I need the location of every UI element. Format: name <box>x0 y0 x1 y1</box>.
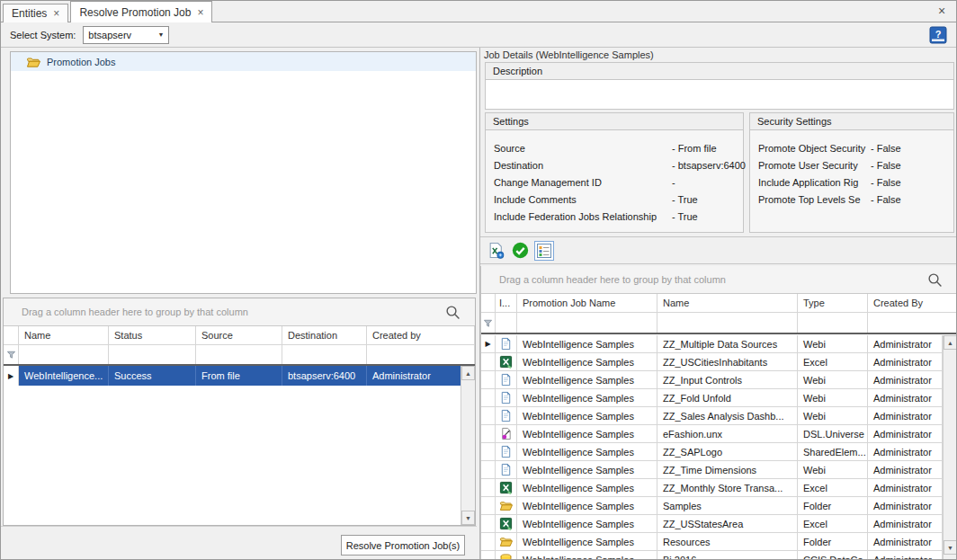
object-row[interactable]: WebIntelligence SamplesZZ_Time Dimension… <box>481 461 943 479</box>
cell-name[interactable]: ZZ_Multiple Data Sources <box>657 335 798 352</box>
cell-type[interactable]: Webi <box>798 335 868 352</box>
column-header-status[interactable]: Status <box>109 326 196 345</box>
cell-name[interactable]: Samples <box>657 497 798 514</box>
cell-promotion-job-name[interactable]: WebIntelligence Samples <box>517 407 657 424</box>
object-row[interactable]: WebIntelligence SamplesZZ_Monthly Store … <box>481 479 943 497</box>
cell-promotion-job-name[interactable]: WebIntelligence Samples <box>517 425 657 442</box>
tab-entities[interactable]: Entities × <box>3 4 68 22</box>
cell-created-by[interactable]: Administrator <box>868 461 943 478</box>
tab-resolve-close-icon[interactable]: × <box>197 8 203 17</box>
object-type-icon-cell[interactable] <box>496 425 517 442</box>
scroll-up-icon[interactable]: ▲ <box>461 366 475 380</box>
cell-created-by[interactable]: Administrator <box>868 353 943 370</box>
cell-type[interactable]: Webi <box>798 389 868 406</box>
help-button[interactable] <box>929 26 947 44</box>
filter-cell-type[interactable] <box>798 313 868 333</box>
cell-name[interactable]: ZZ_Sales Analysis Dashb... <box>657 407 798 424</box>
object-row[interactable]: WebIntelligence SamplesBi 2016CCIS.DataC… <box>481 551 943 560</box>
scroll-up-icon[interactable]: ▲ <box>944 335 957 350</box>
filter-cell-destination[interactable] <box>282 345 367 364</box>
tab-resolve-promotion-job[interactable]: Resolve Promotion Job × <box>70 1 212 22</box>
object-row[interactable]: ▶WebIntelligence SamplesZZ_Multiple Data… <box>481 335 943 353</box>
right-grid-scrollbar[interactable]: ▲ ▼ <box>943 335 957 560</box>
cell-destination[interactable]: btsapserv:6400 <box>282 366 367 386</box>
cell-name[interactable]: ZZ_USStatesArea <box>657 515 798 532</box>
cell-type[interactable]: Excel <box>798 515 868 532</box>
cell-name[interactable]: ZZ_Fold Unfold <box>657 389 798 406</box>
object-type-icon-cell[interactable] <box>496 389 517 406</box>
cell-created-by[interactable]: Administrator <box>868 425 943 442</box>
cell-created-by[interactable]: Administrator <box>367 366 475 386</box>
cell-created-by[interactable]: Administrator <box>868 497 943 514</box>
promotion-job-row[interactable]: ▶ WebIntelligence... Success From file b… <box>4 366 475 386</box>
filter-cell-created-by[interactable] <box>367 345 475 364</box>
cell-type[interactable]: Webi <box>798 461 868 478</box>
scroll-down-icon[interactable]: ▼ <box>461 511 475 525</box>
column-header-icon[interactable]: I... <box>496 294 517 313</box>
cell-name[interactable]: Bi 2016 <box>657 551 798 560</box>
cell-created-by[interactable]: Administrator <box>868 389 943 406</box>
cell-promotion-job-name[interactable]: WebIntelligence Samples <box>517 443 657 460</box>
object-row[interactable]: WebIntelligence SamplesZZ_Input Controls… <box>481 371 943 389</box>
cell-created-by[interactable]: Administrator <box>868 443 943 460</box>
cell-source[interactable]: From file <box>196 366 282 386</box>
cell-type[interactable]: CCIS.DataCo... <box>798 551 868 560</box>
column-header-source[interactable]: Source <box>196 326 282 345</box>
search-icon[interactable] <box>927 272 943 288</box>
cell-promotion-job-name[interactable]: WebIntelligence Samples <box>517 371 657 388</box>
object-type-icon-cell[interactable] <box>496 335 517 352</box>
cell-type[interactable]: Excel <box>798 353 868 370</box>
cell-promotion-job-name[interactable]: WebIntelligence Samples <box>517 479 657 496</box>
cell-promotion-job-name[interactable]: WebIntelligence Samples <box>517 551 657 560</box>
object-type-icon-cell[interactable] <box>496 461 517 478</box>
cell-type[interactable]: Webi <box>798 371 868 388</box>
column-header-name[interactable]: Name <box>657 294 798 313</box>
cell-promotion-job-name[interactable]: WebIntelligence Samples <box>517 515 657 532</box>
tree-item-promotion-jobs[interactable]: Promotion Jobs <box>11 52 476 71</box>
cell-promotion-job-name[interactable]: WebIntelligence Samples <box>517 461 657 478</box>
cell-created-by[interactable]: Administrator <box>868 479 943 496</box>
cell-name[interactable]: ZZ_USCitiesInhabitants <box>657 353 798 370</box>
cell-name[interactable]: ZZ_Input Controls <box>657 371 798 388</box>
window-close-icon[interactable]: × <box>935 4 949 18</box>
object-row[interactable]: WebIntelligence SamplesZZ_Fold UnfoldWeb… <box>481 389 943 407</box>
cell-name[interactable]: ZZ_Time Dimensions <box>657 461 798 478</box>
filter-cell-created-by[interactable] <box>868 313 957 333</box>
cell-promotion-job-name[interactable]: WebIntelligence Samples <box>517 497 657 514</box>
object-type-icon-cell[interactable] <box>496 443 517 460</box>
object-row[interactable]: WebIntelligence SampleseFashion.unxDSL.U… <box>481 425 943 443</box>
resolve-promotion-job-button[interactable]: Resolve Promotion Job(s) <box>341 535 465 556</box>
cell-type[interactable]: Webi <box>798 407 868 424</box>
cell-name[interactable]: Resources <box>657 533 798 550</box>
cell-promotion-job-name[interactable]: WebIntelligence Samples <box>517 389 657 406</box>
object-type-icon-cell[interactable] <box>496 479 517 496</box>
left-grid-scrollbar[interactable]: ▲ ▼ <box>461 366 475 525</box>
filter-cell-promotion-job-name[interactable] <box>517 313 657 333</box>
column-header-name[interactable]: Name <box>19 326 109 345</box>
filter-cell-icon[interactable] <box>496 313 517 333</box>
cell-type[interactable]: Folder <box>798 533 868 550</box>
search-icon[interactable] <box>445 305 461 320</box>
column-header-destination[interactable]: Destination <box>282 326 367 345</box>
object-row[interactable]: WebIntelligence SamplesResourcesFolderAd… <box>481 533 943 551</box>
column-header-created-by[interactable]: Created by <box>367 326 475 345</box>
view-details-button[interactable] <box>534 241 554 261</box>
cell-name[interactable]: eFashion.unx <box>657 425 798 442</box>
cell-type[interactable]: Excel <box>798 479 868 496</box>
cell-created-by[interactable]: Administrator <box>868 335 943 352</box>
resolve-check-button[interactable] <box>510 241 530 261</box>
cell-created-by[interactable]: Administrator <box>868 371 943 388</box>
tab-entities-close-icon[interactable]: × <box>53 9 59 18</box>
object-row[interactable]: WebIntelligence SamplesZZ_USCitiesInhabi… <box>481 353 943 371</box>
system-select[interactable]: btsapserv ▼ <box>83 26 169 44</box>
cell-promotion-job-name[interactable]: WebIntelligence Samples <box>517 335 657 352</box>
object-type-icon-cell[interactable] <box>496 515 517 532</box>
cell-created-by[interactable]: Administrator <box>868 407 943 424</box>
object-row[interactable]: WebIntelligence SamplesZZ_USStatesAreaEx… <box>481 515 943 533</box>
cell-type[interactable]: Folder <box>798 497 868 514</box>
column-header-type[interactable]: Type <box>798 294 868 313</box>
cell-created-by[interactable]: Administrator <box>868 551 943 560</box>
export-to-excel-button[interactable] <box>486 241 505 261</box>
cell-type[interactable]: SharedElem... <box>798 443 868 460</box>
column-header-promotion-job-name[interactable]: Promotion Job Name <box>517 294 657 313</box>
